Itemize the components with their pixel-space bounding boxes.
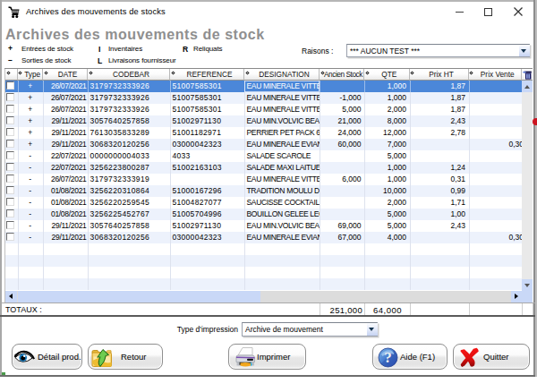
svg-text:?: ? <box>384 349 392 366</box>
